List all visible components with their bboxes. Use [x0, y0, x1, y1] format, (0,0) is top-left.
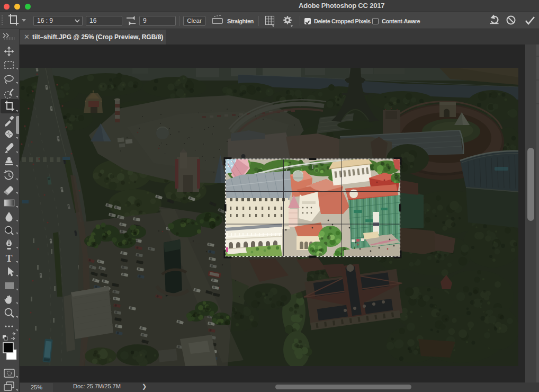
svg-text:T: T [6, 253, 13, 264]
